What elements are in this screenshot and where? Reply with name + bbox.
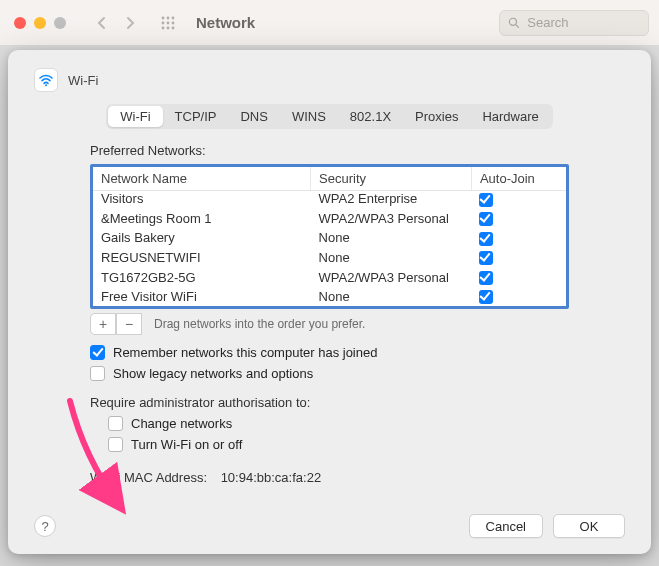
svg-point-2 xyxy=(172,16,175,19)
network-autojoin-cell[interactable] xyxy=(471,267,566,287)
svg-point-11 xyxy=(45,84,47,86)
show-all-prefs-button[interactable] xyxy=(156,11,180,35)
network-row[interactable]: VisitorsWPA2 Enterprise xyxy=(93,191,566,209)
autojoin-checkbox[interactable] xyxy=(479,271,493,285)
network-row[interactable]: TG1672GB2-5GWPA2/WPA3 Personal xyxy=(93,267,566,287)
sheet-title: Wi-Fi xyxy=(68,73,98,88)
network-security-cell: None xyxy=(311,287,472,307)
cancel-button[interactable]: Cancel xyxy=(469,514,543,538)
tab-8021x[interactable]: 802.1X xyxy=(338,106,403,127)
svg-point-5 xyxy=(172,21,175,24)
forward-button[interactable] xyxy=(118,11,142,35)
close-window-button[interactable] xyxy=(14,17,26,29)
svg-point-6 xyxy=(162,26,165,29)
admin-toggle-wifi-label: Turn Wi-Fi on or off xyxy=(131,437,242,452)
column-network-name[interactable]: Network Name xyxy=(93,167,311,191)
tab-proxies[interactable]: Proxies xyxy=(403,106,470,127)
tab-hardware[interactable]: Hardware xyxy=(470,106,550,127)
preferred-networks-label: Preferred Networks: xyxy=(90,143,569,158)
network-row[interactable]: Gails BakeryNone xyxy=(93,228,566,248)
show-legacy-checkbox[interactable] xyxy=(90,366,105,381)
annotation-arrow xyxy=(64,397,134,517)
show-legacy-label: Show legacy networks and options xyxy=(113,366,313,381)
svg-point-0 xyxy=(162,16,165,19)
network-name-cell: Gails Bakery xyxy=(93,228,311,248)
autojoin-checkbox[interactable] xyxy=(479,232,493,246)
zoom-window-button[interactable] xyxy=(54,17,66,29)
tab-dns[interactable]: DNS xyxy=(228,106,279,127)
tabbar: Wi-Fi TCP/IP DNS WINS 802.1X Proxies Har… xyxy=(106,104,553,129)
autojoin-checkbox[interactable] xyxy=(479,251,493,265)
svg-point-3 xyxy=(162,21,165,24)
preferred-networks-table[interactable]: Network Name Security Auto-Join Visitors… xyxy=(90,164,569,309)
back-button[interactable] xyxy=(90,11,114,35)
network-name-cell: TG1672GB2-5G xyxy=(93,267,311,287)
network-security-cell: WPA2 Enterprise xyxy=(311,191,472,209)
window-controls xyxy=(14,17,66,29)
search-icon xyxy=(508,16,519,29)
remember-networks-label: Remember networks this computer has join… xyxy=(113,345,377,360)
wifi-icon xyxy=(34,68,58,92)
autojoin-checkbox[interactable] xyxy=(479,212,493,226)
search-field[interactable] xyxy=(499,10,649,36)
admin-change-networks-checkbox[interactable] xyxy=(108,416,123,431)
network-autojoin-cell[interactable] xyxy=(471,209,566,229)
network-autojoin-cell[interactable] xyxy=(471,191,566,209)
tab-tcpip[interactable]: TCP/IP xyxy=(163,106,229,127)
autojoin-checkbox[interactable] xyxy=(479,193,493,207)
network-security-cell: None xyxy=(311,228,472,248)
admin-auth-label: Require administrator authorisation to: xyxy=(90,395,569,410)
network-name-cell: &Meetings Room 1 xyxy=(93,209,311,229)
search-input[interactable] xyxy=(525,14,640,31)
network-name-cell: Visitors xyxy=(93,191,311,209)
help-button[interactable]: ? xyxy=(34,515,56,537)
ok-button[interactable]: OK xyxy=(553,514,625,538)
admin-change-networks-label: Change networks xyxy=(131,416,232,431)
mac-address-label: Wi-Fi MAC Address: xyxy=(90,470,207,485)
network-security-cell: None xyxy=(311,248,472,268)
tab-wins[interactable]: WINS xyxy=(280,106,338,127)
network-autojoin-cell[interactable] xyxy=(471,248,566,268)
svg-point-7 xyxy=(167,26,170,29)
wifi-advanced-sheet: Wi-Fi Wi-Fi TCP/IP DNS WINS 802.1X Proxi… xyxy=(8,50,651,554)
svg-point-4 xyxy=(167,21,170,24)
network-name-cell: Free Visitor WiFi xyxy=(93,287,311,307)
minimize-window-button[interactable] xyxy=(34,17,46,29)
add-network-button[interactable]: + xyxy=(90,313,116,335)
drag-hint: Drag networks into the order you prefer. xyxy=(154,317,365,331)
network-row[interactable]: Free Visitor WiFiNone xyxy=(93,287,566,307)
window-title: Network xyxy=(196,14,255,31)
svg-point-8 xyxy=(172,26,175,29)
tab-wifi[interactable]: Wi-Fi xyxy=(108,106,162,127)
network-row[interactable]: &Meetings Room 1WPA2/WPA3 Personal xyxy=(93,209,566,229)
network-security-cell: WPA2/WPA3 Personal xyxy=(311,209,472,229)
network-autojoin-cell[interactable] xyxy=(471,228,566,248)
network-row[interactable]: REGUSNETWIFINone xyxy=(93,248,566,268)
autojoin-checkbox[interactable] xyxy=(479,290,493,304)
network-name-cell: REGUSNETWIFI xyxy=(93,248,311,268)
window-titlebar: Network xyxy=(0,0,659,46)
remove-network-button[interactable]: − xyxy=(116,313,142,335)
network-security-cell: WPA2/WPA3 Personal xyxy=(311,267,472,287)
mac-address-value: 10:94:bb:ca:fa:22 xyxy=(221,470,321,485)
column-auto-join[interactable]: Auto-Join xyxy=(471,167,566,191)
svg-line-10 xyxy=(516,25,519,28)
network-autojoin-cell[interactable] xyxy=(471,287,566,307)
remember-networks-checkbox[interactable] xyxy=(90,345,105,360)
svg-point-1 xyxy=(167,16,170,19)
column-security[interactable]: Security xyxy=(311,167,472,191)
admin-toggle-wifi-checkbox[interactable] xyxy=(108,437,123,452)
